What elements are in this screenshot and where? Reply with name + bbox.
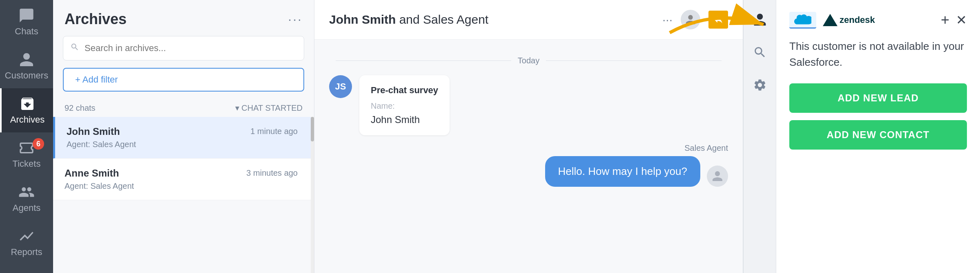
sidebar-item-tickets-label: Tickets <box>13 159 41 169</box>
archives-search-box <box>63 36 304 60</box>
agent-person-icon <box>711 170 724 182</box>
sidebar-item-archives[interactable]: Archives <box>0 88 53 132</box>
sidebar-item-agents[interactable]: Agents <box>0 177 53 221</box>
add-filter-button[interactable]: + Add filter <box>63 68 304 92</box>
right-gear-icon <box>753 78 767 92</box>
right-icon-gear[interactable] <box>748 74 771 96</box>
chat-header-title: John Smith and Sales Agent <box>329 13 488 27</box>
chat-container: John Smith and Sales Agent ··· Today <box>314 0 980 273</box>
chat-body: Today JS Pre-chat survey Name: John Smit… <box>314 40 743 273</box>
svg-marker-0 <box>823 14 837 26</box>
chat-list-item-1[interactable]: Anne Smith Agent: Sales Agent 3 minutes … <box>53 159 314 200</box>
pre-chat-bubble: Pre-chat survey Name: John Smith <box>359 75 450 135</box>
right-icons-bar <box>744 0 776 273</box>
chat-visitor-avatar-btn[interactable] <box>681 10 700 29</box>
chat-participant-name: John Smith <box>329 13 396 26</box>
chat-item-agent-0: Agent: Sales Agent <box>67 140 303 149</box>
archives-icon <box>19 96 36 112</box>
chat-area: John Smith and Sales Agent ··· Today <box>314 0 743 273</box>
person-icon <box>685 14 696 25</box>
sidebar-item-tickets[interactable]: Tickets 6 <box>0 132 53 177</box>
sidebar-item-chats[interactable]: Chats <box>0 0 53 44</box>
scrollbar-thumb <box>311 117 314 141</box>
name-field-value: John Smith <box>371 114 438 125</box>
sort-label[interactable]: ▾ CHAT STARTED <box>235 103 303 113</box>
sidebar: Chats Customers Archives Tickets 6 Agent… <box>0 0 53 273</box>
transfer-icon <box>713 14 724 25</box>
zendesk-logo: zendesk <box>823 14 875 26</box>
chat-item-agent-1: Agent: Sales Agent <box>65 181 303 191</box>
right-content: zendesk + ✕ This customer is not availab… <box>776 0 980 273</box>
reports-icon <box>18 228 35 244</box>
zendesk-icon <box>823 14 837 26</box>
archives-panel: Archives ··· + Add filter 92 chats ▾ CHA… <box>53 0 314 273</box>
archives-more-button[interactable]: ··· <box>288 12 303 27</box>
not-available-message: This customer is not available in your S… <box>789 38 967 70</box>
date-label: Today <box>518 56 539 65</box>
agent-bubble-row: Hello. How may I help you? <box>545 156 728 187</box>
transfer-button[interactable] <box>708 11 728 29</box>
add-new-lead-button[interactable]: ADD NEW LEAD <box>789 83 967 113</box>
customers-icon <box>18 51 35 68</box>
agent-message-row: Sales Agent Hello. How may I help you? <box>329 143 728 187</box>
pre-chat-title: Pre-chat survey <box>371 85 438 96</box>
agent-label: Sales Agent <box>684 143 728 153</box>
visitor-avatar: JS <box>329 75 352 98</box>
sidebar-item-customers-label: Customers <box>5 70 48 81</box>
sidebar-item-agents-label: Agents <box>13 203 41 213</box>
date-divider: Today <box>329 56 728 65</box>
right-search-icon <box>753 45 767 59</box>
chat-participant-rest: and Sales Agent <box>396 13 488 26</box>
right-panel: zendesk + ✕ This customer is not availab… <box>743 0 980 273</box>
agents-icon <box>18 184 35 200</box>
agent-bubble: Hello. How may I help you? <box>545 156 700 187</box>
right-icon-search[interactable] <box>748 41 771 64</box>
zendesk-wordmark: zendesk <box>840 15 875 25</box>
agent-avatar <box>707 166 728 187</box>
right-icon-person[interactable] <box>748 8 771 31</box>
right-header-actions: + ✕ <box>941 11 967 29</box>
chat-more-button[interactable]: ··· <box>662 13 673 27</box>
chat-item-time-1: 3 minutes ago <box>246 168 298 178</box>
salesforce-logos: zendesk <box>789 12 875 29</box>
visitor-message-row: JS Pre-chat survey Name: John Smith <box>329 75 728 135</box>
archives-title: Archives <box>65 11 127 28</box>
chat-item-time-0: 1 minute ago <box>250 127 298 136</box>
archives-header: Archives ··· <box>53 0 314 36</box>
scrollbar-track[interactable] <box>311 117 314 273</box>
sidebar-item-archives-label: Archives <box>10 114 45 125</box>
right-panel-header: zendesk + ✕ <box>789 11 967 29</box>
sidebar-item-reports-label: Reports <box>11 247 42 257</box>
person-detail-icon <box>753 12 767 27</box>
chat-list: John Smith Agent: Sales Agent 1 minute a… <box>53 117 314 273</box>
salesforce-cloud-icon <box>794 14 811 25</box>
name-field-label: Name: <box>371 101 438 111</box>
tickets-icon <box>18 140 35 156</box>
add-integration-button[interactable]: + <box>941 11 949 29</box>
sidebar-item-reports[interactable]: Reports <box>0 221 53 265</box>
visitor-initials: JS <box>335 81 346 92</box>
chat-list-item-0[interactable]: John Smith Agent: Sales Agent 1 minute a… <box>53 117 314 159</box>
search-icon <box>70 43 79 54</box>
tickets-badge: 6 <box>33 138 44 150</box>
sidebar-item-customers[interactable]: Customers <box>0 44 53 88</box>
sidebar-item-chats-label: Chats <box>15 26 38 37</box>
salesforce-logo <box>789 12 816 29</box>
add-new-contact-button[interactable]: ADD NEW CONTACT <box>789 120 967 150</box>
chats-count-bar: 92 chats ▾ CHAT STARTED <box>53 99 314 117</box>
search-input[interactable] <box>63 36 304 60</box>
chat-icon <box>18 7 35 24</box>
chat-header-actions: ··· <box>662 10 728 29</box>
chats-count: 92 chats <box>65 103 96 113</box>
chat-header: John Smith and Sales Agent ··· <box>314 0 743 40</box>
close-panel-button[interactable]: ✕ <box>956 12 967 28</box>
